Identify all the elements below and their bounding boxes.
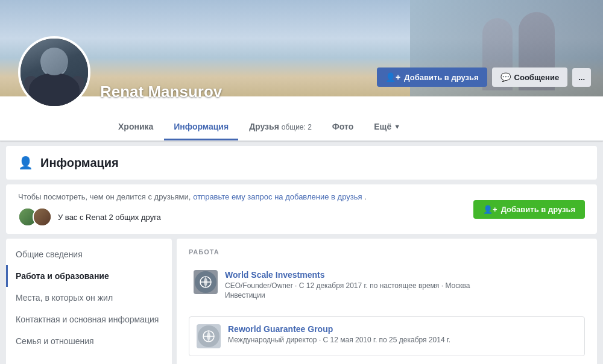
company-name-rgg[interactable]: Reworld Guarantee Group xyxy=(228,324,577,334)
add-friend-icon: 👤+ xyxy=(385,72,400,82)
notice-text-before: Чтобы посмотреть, чем он делится с друзь… xyxy=(18,192,191,201)
sidebar-item-general[interactable]: Общие сведения xyxy=(6,243,172,265)
left-sidebar: Общие сведения Работа и образование Мест… xyxy=(6,239,172,364)
work-category-wsi: Инвестиции xyxy=(225,291,580,300)
tab-more[interactable]: Ещё ▼ xyxy=(364,115,410,140)
company-logo-icon-rgg xyxy=(201,329,216,344)
message-icon: 💬 xyxy=(500,72,511,82)
work-meta-wsi: CEO/Founder/Owner · С 12 декабря 2017 г.… xyxy=(225,281,580,290)
work-details-rgg: Reworld Guarantee Group Международный ди… xyxy=(228,324,577,348)
message-label: Сообщение xyxy=(514,73,560,82)
work-item-wsi: World Scale Investments CEO/Founder/Owne… xyxy=(189,265,585,304)
tab-timeline[interactable]: Хроника xyxy=(109,115,163,140)
add-friend-green-icon: 👤+ xyxy=(483,205,497,214)
add-friend-green-label: Добавить в друзья xyxy=(501,205,575,214)
info-title: Информация xyxy=(40,156,119,170)
more-icon: ... xyxy=(578,73,585,82)
notice-text-after: . xyxy=(364,192,367,201)
work-details-wsi: World Scale Investments CEO/Founder/Owne… xyxy=(225,270,580,300)
mutual-avatars xyxy=(18,207,52,227)
more-button[interactable]: ... xyxy=(572,68,591,87)
mutual-avatar-2 xyxy=(33,207,52,227)
work-section-label: РАБОТА xyxy=(189,248,585,256)
work-section: РАБОТА World Scale Investment xyxy=(177,239,597,364)
company-logo-rgg xyxy=(197,324,221,348)
chevron-down-icon: ▼ xyxy=(394,123,400,130)
company-logo-icon-wsi xyxy=(198,275,213,289)
tab-friends[interactable]: Друзья общие: 2 xyxy=(239,115,321,140)
work-meta-rgg: Международный директор · С 12 мая 2010 г… xyxy=(228,336,577,344)
sidebar-item-work[interactable]: Работа и образование xyxy=(6,265,172,287)
add-friend-green-button[interactable]: 👤+ Добавить в друзья xyxy=(473,200,585,219)
mutual-friends-text: У вас с Renat 2 общих друга xyxy=(58,213,161,222)
avatar xyxy=(18,36,90,108)
info-person-icon: 👤 xyxy=(18,155,33,170)
add-friend-label: Добавить в друзья xyxy=(404,73,478,82)
work-item-rgg: Reworld Guarantee Group Международный ди… xyxy=(189,316,585,356)
add-friend-link[interactable]: отправьте ему запрос на добавление в дру… xyxy=(193,192,362,201)
company-logo-wsi xyxy=(194,270,218,294)
right-content: РАБОТА World Scale Investment xyxy=(177,239,597,364)
tab-info[interactable]: Информация xyxy=(164,115,238,140)
sidebar-item-family[interactable]: Семья и отношения xyxy=(6,330,172,352)
message-button[interactable]: 💬 Сообщение xyxy=(492,67,568,87)
friend-notice-text: Чтобы посмотреть, чем он делится с друзь… xyxy=(18,192,473,201)
cover-photo: Renat Mansurov 👤+ Добавить в друзья 💬 Со… xyxy=(0,0,603,96)
friend-notice-box: Чтобы посмотреть, чем он делится с друзь… xyxy=(6,184,597,234)
company-name-wsi[interactable]: World Scale Investments xyxy=(225,270,580,280)
info-header-box: 👤 Информация xyxy=(6,146,597,180)
add-friend-button[interactable]: 👤+ Добавить в друзья xyxy=(377,67,487,87)
sidebar-item-contact[interactable]: Контактная и основная информация xyxy=(6,309,172,330)
sidebar-item-places[interactable]: Места, в которых он жил xyxy=(6,287,172,309)
profile-name: Renat Mansurov xyxy=(100,83,222,101)
tab-photos[interactable]: Фото xyxy=(323,115,363,140)
